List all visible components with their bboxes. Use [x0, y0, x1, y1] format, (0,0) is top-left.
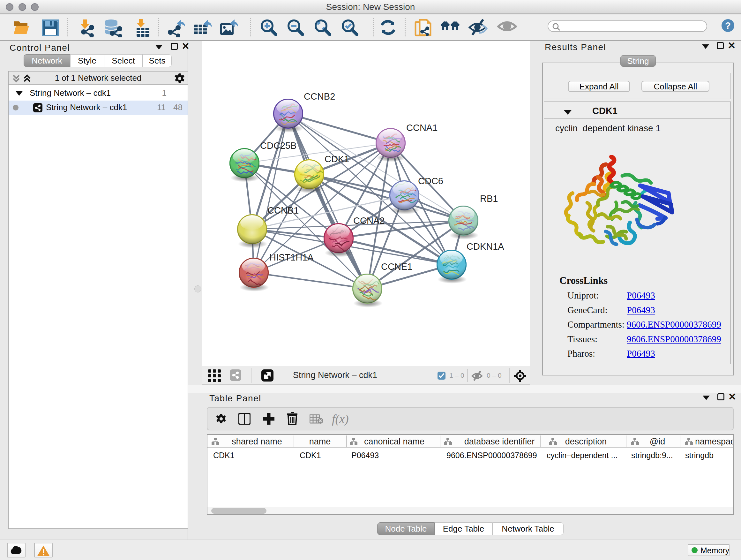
svg-text:CDKN1A: CDKN1A	[467, 241, 504, 252]
svg-text:CCNA1: CCNA1	[406, 123, 437, 133]
svg-text:CDC6: CDC6	[418, 176, 443, 186]
svg-text:CCNE1: CCNE1	[381, 261, 412, 272]
svg-text:RB1: RB1	[480, 193, 498, 204]
svg-text:CDC25B: CDC25B	[260, 140, 296, 151]
svg-text:CCNB2: CCNB2	[304, 91, 335, 102]
svg-text:CCNB1: CCNB1	[267, 205, 299, 215]
svg-text:HIST1H1A: HIST1H1A	[269, 252, 314, 262]
svg-text:CDK1: CDK1	[325, 154, 349, 164]
svg-text:CCNA2: CCNA2	[353, 215, 385, 226]
